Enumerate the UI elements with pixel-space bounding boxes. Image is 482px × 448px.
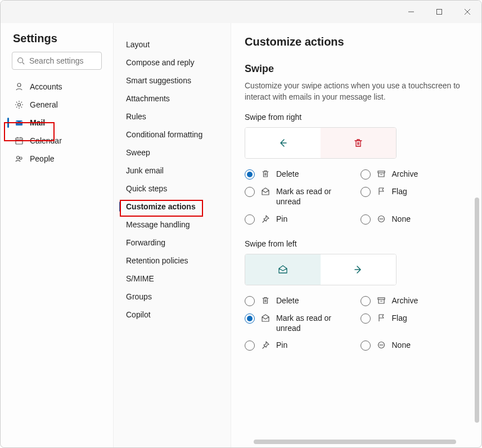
radio-label: Flag [392, 186, 407, 196]
swipe-right-option-pin[interactable]: Pin [245, 214, 353, 225]
nav-item-label: Copilot [126, 310, 151, 319]
nav-item-forwarding[interactable]: Forwarding [114, 234, 231, 252]
people-icon [14, 154, 24, 163]
nav-item-sweep[interactable]: Sweep [114, 144, 231, 162]
radio-label: None [392, 340, 411, 350]
swipe-left-options: DeleteArchiveMark as read or unreadFlagP… [245, 295, 468, 351]
mail-open-icon [245, 254, 321, 285]
swipe-right-option-delete[interactable]: Delete [245, 169, 353, 180]
close-button[interactable] [459, 3, 476, 20]
sidebar-item-general[interactable]: General [1, 96, 113, 114]
nav-item-s-mime[interactable]: S/MIME [114, 270, 231, 288]
nav-item-label: Quick steps [126, 184, 167, 193]
nav-item-attachments[interactable]: Attachments [114, 89, 231, 107]
radio-button[interactable] [361, 187, 371, 197]
swipe-left-option-archive[interactable]: Archive [361, 295, 469, 306]
swipe-left-option-delete[interactable]: Delete [245, 295, 353, 306]
user-icon [14, 82, 24, 91]
swipe-left-option-mark-as-read-or-unread[interactable]: Mark as read or unread [245, 313, 353, 333]
radio-button[interactable] [245, 313, 255, 324]
settings-sidebar: Settings AccountsGeneralMailCalendarPeop… [1, 23, 113, 447]
nav-item-rules[interactable]: Rules [114, 107, 231, 126]
nav-item-customize-actions[interactable]: Customize actions [114, 198, 231, 216]
swipe-right-options: DeleteArchiveMark as read or unreadFlagP… [245, 169, 468, 224]
radio-label: None [392, 214, 411, 224]
nav-item-label: Message handling [126, 220, 190, 229]
mail-settings-nav: LayoutCompose and replySmart suggestions… [113, 23, 231, 447]
radio-button[interactable] [245, 296, 255, 306]
sidebar-item-mail[interactable]: Mail [1, 114, 113, 132]
svg-rect-9 [16, 138, 22, 144]
nav-item-message-handling[interactable]: Message handling [114, 216, 231, 234]
calendar-icon [14, 136, 24, 145]
horizontal-scrollbar[interactable] [254, 440, 456, 444]
trash-icon [260, 169, 271, 178]
pin-icon [260, 214, 271, 223]
nav-item-label: Rules [126, 112, 146, 121]
nav-item-copilot[interactable]: Copilot [114, 306, 231, 324]
nav-item-label: Retention policies [126, 256, 188, 265]
sidebar-item-accounts[interactable]: Accounts [1, 78, 113, 96]
nav-item-compose-and-reply[interactable]: Compose and reply [114, 53, 231, 71]
svg-point-7 [18, 104, 21, 106]
radio-button[interactable] [245, 214, 255, 225]
main-content: Customize actions Swipe Customize your s… [231, 23, 481, 447]
search-icon [17, 57, 25, 65]
none-icon [376, 341, 386, 350]
swipe-left-option-none[interactable]: None [361, 340, 469, 351]
nav-item-conditional-formatting[interactable]: Conditional formatting [114, 126, 231, 144]
svg-point-13 [17, 156, 20, 159]
search-input[interactable] [12, 52, 102, 70]
flag-icon [376, 313, 386, 322]
sidebar-item-label: Calendar [30, 136, 62, 145]
mail-open-icon [260, 187, 271, 196]
radio-button[interactable] [361, 214, 371, 225]
swipe-right-option-flag[interactable]: Flag [361, 186, 469, 207]
swipe-right-option-none[interactable]: None [361, 214, 469, 225]
swipe-right-option-mark-as-read-or-unread[interactable]: Mark as read or unread [245, 186, 353, 207]
nav-item-smart-suggestions[interactable]: Smart suggestions [114, 71, 231, 89]
swipe-right-option-archive[interactable]: Archive [361, 169, 469, 180]
swipe-left-option-flag[interactable]: Flag [361, 313, 469, 333]
trash-icon [260, 296, 271, 305]
nav-item-label: Sweep [126, 148, 150, 157]
radio-button[interactable] [361, 296, 371, 306]
nav-item-groups[interactable]: Groups [114, 288, 231, 306]
swipe-left-option-pin[interactable]: Pin [245, 340, 353, 351]
radio-button[interactable] [245, 169, 255, 180]
swipe-left-label: Swipe from left [245, 239, 468, 248]
nav-item-label: Attachments [126, 94, 170, 103]
nav-item-retention-policies[interactable]: Retention policies [114, 252, 231, 270]
minimize-button[interactable] [403, 3, 420, 20]
nav-item-junk-email[interactable]: Junk email [114, 162, 231, 180]
swipe-description: Customize your swipe actions when you us… [245, 80, 468, 102]
sidebar-item-calendar[interactable]: Calendar [1, 132, 113, 150]
none-icon [376, 214, 386, 223]
swipe-right-label: Swipe from right [245, 113, 468, 122]
radio-button[interactable] [361, 169, 371, 180]
vertical-scrollbar[interactable] [475, 198, 479, 423]
radio-label: Archive [392, 169, 418, 179]
settings-title: Settings [1, 32, 113, 52]
radio-button[interactable] [361, 341, 371, 351]
radio-label: Pin [276, 214, 287, 224]
sidebar-item-label: General [30, 100, 58, 109]
sidebar-item-people[interactable]: People [1, 150, 113, 168]
nav-item-quick-steps[interactable]: Quick steps [114, 180, 231, 198]
sidebar-item-label: Accounts [30, 82, 62, 91]
svg-point-14 [20, 157, 22, 159]
gear-icon [14, 100, 24, 109]
svg-line-5 [22, 62, 25, 65]
nav-item-layout[interactable]: Layout [114, 35, 231, 53]
radio-button[interactable] [245, 341, 255, 351]
svg-point-6 [17, 83, 21, 87]
nav-item-label: Junk email [126, 166, 164, 175]
swipe-section-title: Swipe [245, 63, 468, 75]
maximize-button[interactable] [431, 3, 448, 20]
radio-button[interactable] [245, 187, 255, 197]
sidebar-item-label: People [30, 154, 55, 163]
archive-icon [376, 169, 386, 178]
svg-rect-1 [437, 10, 442, 15]
radio-label: Pin [276, 340, 287, 350]
radio-button[interactable] [361, 313, 371, 324]
